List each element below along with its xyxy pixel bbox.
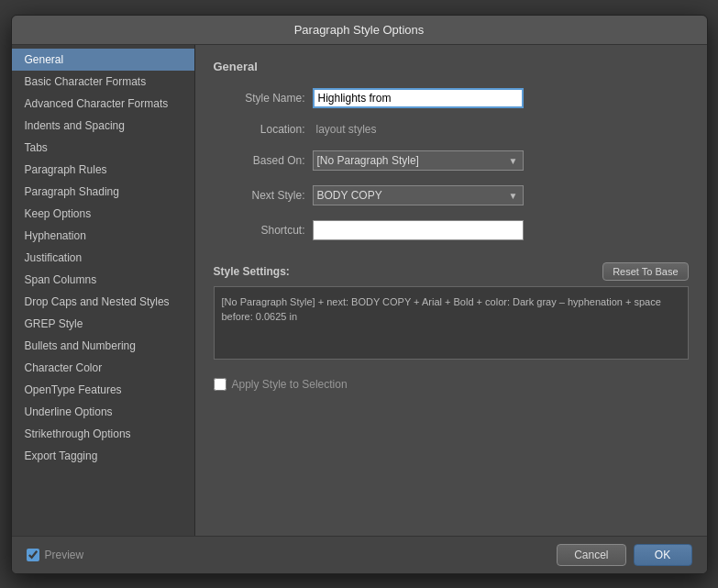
preview-checkbox[interactable] xyxy=(27,549,39,561)
footer-left: Preview xyxy=(27,549,84,561)
general-section-title: General xyxy=(214,60,689,73)
sidebar-item-grep-style[interactable]: GREP Style xyxy=(12,313,194,335)
apply-style-checkbox[interactable] xyxy=(214,378,226,391)
sidebar-item-keep-options[interactable]: Keep Options xyxy=(12,203,194,225)
shortcut-row: Shortcut: xyxy=(214,220,689,240)
cancel-button[interactable]: Cancel xyxy=(557,544,625,566)
dialog-title: Paragraph Style Options xyxy=(12,16,707,45)
apply-style-label: Apply Style to Selection xyxy=(232,378,348,391)
style-name-row: Style Name: xyxy=(214,88,689,108)
shortcut-input[interactable] xyxy=(313,220,524,240)
sidebar-item-bullets-numbering[interactable]: Bullets and Numbering xyxy=(12,335,194,357)
sidebar-item-paragraph-rules[interactable]: Paragraph Rules xyxy=(12,159,194,181)
apply-style-row: Apply Style to Selection xyxy=(214,378,689,391)
based-on-label: Based On: xyxy=(214,154,305,167)
ok-button[interactable]: OK xyxy=(634,544,692,566)
dialog-body: GeneralBasic Character FormatsAdvanced C… xyxy=(12,45,707,536)
location-value: layout styles xyxy=(316,123,377,136)
next-style-row: Next Style: BODY COPY ▼ xyxy=(214,185,689,205)
sidebar-item-export-tagging[interactable]: Export Tagging xyxy=(12,445,194,467)
sidebar-item-strikethrough[interactable]: Strikethrough Options xyxy=(12,423,194,445)
sidebar-item-general[interactable]: General xyxy=(12,49,194,71)
sidebar-item-span-columns[interactable]: Span Columns xyxy=(12,269,194,291)
sidebar-item-hyphenation[interactable]: Hyphenation xyxy=(12,225,194,247)
sidebar-item-drop-caps[interactable]: Drop Caps and Nested Styles xyxy=(12,291,194,313)
sidebar-item-indents-spacing[interactable]: Indents and Spacing xyxy=(12,115,194,137)
style-name-input[interactable] xyxy=(313,88,524,108)
main-content: General Style Name: Location: layout sty… xyxy=(195,45,707,536)
style-settings-label: Style Settings: xyxy=(214,265,290,278)
based-on-row: Based On: [No Paragraph Style] ▼ xyxy=(214,150,689,171)
next-style-select-wrapper: BODY COPY ▼ xyxy=(313,185,524,205)
paragraph-style-dialog: Paragraph Style Options GeneralBasic Cha… xyxy=(11,15,708,574)
based-on-select[interactable]: [No Paragraph Style] xyxy=(313,150,524,171)
reset-to-base-button[interactable]: Reset To Base xyxy=(602,262,688,281)
style-name-label: Style Name: xyxy=(214,92,305,105)
location-label: Location: xyxy=(214,123,305,136)
shortcut-label: Shortcut: xyxy=(214,224,305,237)
style-settings-section: Style Settings: Reset To Base [No Paragr… xyxy=(214,262,689,360)
style-settings-text: [No Paragraph Style] + next: BODY COPY +… xyxy=(214,286,689,360)
next-style-label: Next Style: xyxy=(214,189,305,202)
dialog-footer: Preview Cancel OK xyxy=(12,536,707,573)
sidebar-item-basic-char[interactable]: Basic Character Formats xyxy=(12,71,194,93)
sidebar-item-justification[interactable]: Justification xyxy=(12,247,194,269)
next-style-select[interactable]: BODY COPY xyxy=(313,185,524,205)
location-row: Location: layout styles xyxy=(214,123,689,136)
sidebar-item-character-color[interactable]: Character Color xyxy=(12,357,194,379)
based-on-select-wrapper: [No Paragraph Style] ▼ xyxy=(313,150,524,171)
sidebar-item-underline[interactable]: Underline Options xyxy=(12,401,194,423)
preview-label[interactable]: Preview xyxy=(45,549,84,561)
sidebar-item-opentype[interactable]: OpenType Features xyxy=(12,379,194,401)
style-settings-header: Style Settings: Reset To Base xyxy=(214,262,689,281)
sidebar-item-advanced-char[interactable]: Advanced Character Formats xyxy=(12,93,194,115)
sidebar-item-paragraph-shading[interactable]: Paragraph Shading xyxy=(12,181,194,203)
sidebar-item-tabs[interactable]: Tabs xyxy=(12,137,194,159)
footer-buttons: Cancel OK xyxy=(557,544,691,566)
sidebar: GeneralBasic Character FormatsAdvanced C… xyxy=(12,45,195,536)
